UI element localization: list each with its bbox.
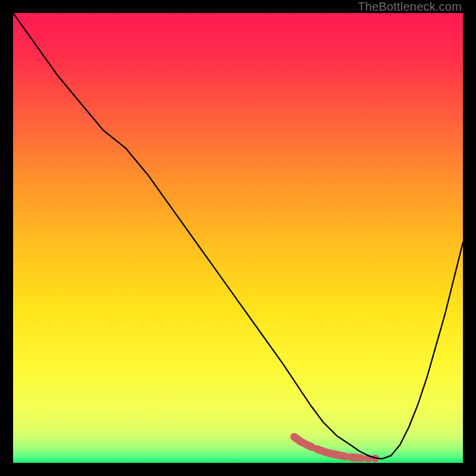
watermark-text: TheBottleneck.com: [358, 0, 462, 14]
gradient-background: [13, 13, 463, 463]
bottleneck-chart: [13, 13, 463, 463]
chart-frame: [13, 13, 463, 463]
